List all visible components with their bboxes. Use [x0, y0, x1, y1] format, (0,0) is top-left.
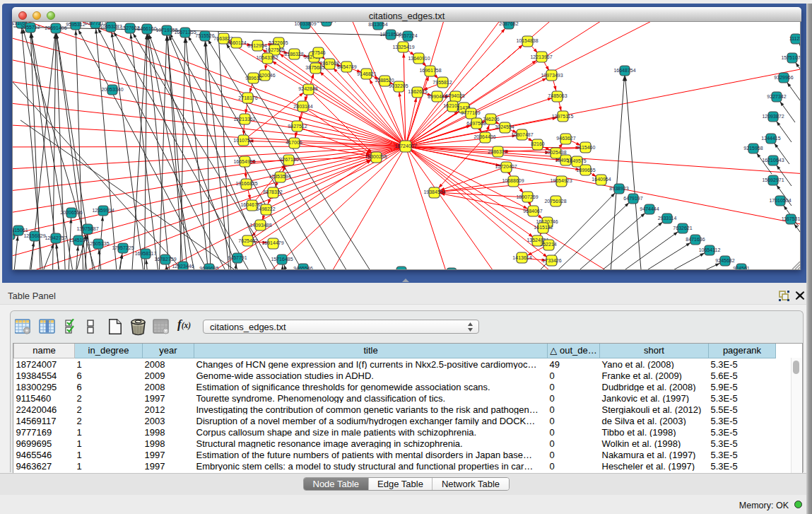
svg-text:7485063: 7485063	[548, 93, 567, 98]
svg-text:8878312: 8878312	[263, 189, 282, 194]
svg-text:12353594: 12353594	[269, 174, 290, 179]
svg-text:9463627: 9463627	[556, 136, 575, 141]
svg-text:6479197: 6479197	[623, 196, 642, 201]
svg-text:14093488: 14093488	[249, 223, 271, 228]
svg-text:1167531: 1167531	[782, 216, 801, 221]
svg-text:3024554: 3024554	[495, 124, 514, 129]
svg-text:10653287: 10653287	[100, 24, 122, 29]
svg-text:2803144: 2803144	[293, 104, 312, 109]
svg-text:9032205: 9032205	[389, 83, 408, 88]
svg-text:6794028: 6794028	[445, 93, 464, 98]
svg-text:19166825: 19166825	[235, 181, 257, 186]
svg-text:17957225: 17957225	[112, 245, 134, 250]
svg-text:12359914: 12359914	[92, 208, 114, 213]
svg-text:12505135: 12505135	[87, 241, 109, 246]
svg-text:27546: 27546	[312, 50, 326, 55]
svg-text:15692971: 15692971	[762, 177, 784, 182]
svg-text:9457791: 9457791	[228, 255, 247, 260]
svg-text:16782759: 16782759	[154, 257, 176, 262]
svg-text:6497568: 6497568	[466, 121, 486, 126]
svg-text:8851304: 8851304	[317, 22, 336, 23]
svg-text:20756928: 20756928	[544, 199, 566, 204]
svg-text:9474444: 9474444	[640, 206, 659, 211]
svg-text:20053340: 20053340	[101, 87, 123, 92]
svg-text:12213362: 12213362	[233, 117, 255, 122]
svg-text:13975887: 13975887	[76, 226, 98, 231]
svg-text:10654112: 10654112	[699, 247, 721, 252]
svg-text:16914479: 16914479	[261, 240, 283, 245]
svg-text:3498222: 3498222	[256, 206, 275, 211]
svg-text:2718176: 2718176	[238, 95, 257, 100]
svg-text:1640954: 1640954	[592, 177, 611, 182]
svg-text:9146821: 9146821	[357, 71, 376, 76]
svg-text:6466160: 6466160	[137, 26, 156, 31]
svg-text:1010753: 1010753	[233, 138, 252, 143]
svg-text:18300295: 18300295	[365, 154, 387, 159]
svg-text:1244415: 1244415	[761, 136, 780, 141]
svg-text:9777169: 9777169	[461, 110, 480, 115]
svg-text:10973493: 10973493	[541, 73, 563, 78]
svg-text:3875685: 3875685	[305, 65, 324, 70]
svg-text:19654923: 19654923	[550, 178, 572, 183]
svg-text:252214: 252214	[540, 242, 556, 247]
svg-text:1899655: 1899655	[576, 168, 595, 173]
svg-text:9595312: 9595312	[66, 22, 85, 27]
svg-text:1733426: 1733426	[542, 258, 561, 263]
svg-text:1362615: 1362615	[408, 89, 427, 94]
svg-text:3267130: 3267130	[279, 157, 298, 162]
svg-text:82160: 82160	[531, 141, 545, 146]
svg-text:9245682: 9245682	[715, 258, 734, 263]
svg-text:746206: 746206	[483, 117, 499, 122]
svg-text:12156829: 12156829	[23, 233, 45, 238]
svg-text:989612: 989612	[245, 76, 261, 81]
svg-text:8990448: 8990448	[428, 94, 447, 99]
svg-text:10025438: 10025438	[544, 150, 566, 155]
svg-text:13325419: 13325419	[392, 45, 414, 49]
svg-text:18724007: 18724007	[394, 144, 416, 148]
svg-text:8186328: 8186328	[284, 52, 303, 57]
svg-text:16958117: 16958117	[135, 251, 157, 256]
svg-text:10807487: 10807487	[511, 132, 533, 137]
svg-text:2933114: 2933114	[658, 216, 677, 221]
svg-text:15716485: 15716485	[271, 257, 293, 262]
svg-text:9329966: 9329966	[774, 75, 793, 80]
svg-text:10033809: 10033809	[294, 22, 316, 26]
svg-text:1413614: 1413614	[512, 255, 531, 260]
svg-text:2087682: 2087682	[499, 22, 518, 26]
svg-text:10543362: 10543362	[256, 55, 278, 60]
svg-text:16648754: 16648754	[613, 68, 635, 73]
svg-text:12942757: 12942757	[45, 235, 66, 240]
svg-text:8471636: 8471636	[686, 237, 705, 242]
svg-text:7625402: 7625402	[238, 238, 257, 243]
svg-text:9427512: 9427512	[288, 124, 307, 129]
svg-text:7632621: 7632621	[673, 226, 692, 230]
svg-text:16961758: 16961758	[419, 68, 441, 73]
svg-text:13640910: 13640910	[408, 56, 430, 61]
svg-text:417006: 417006	[286, 140, 302, 145]
svg-text:17010504: 17010504	[769, 198, 791, 203]
svg-text:10688609: 10688609	[502, 178, 524, 183]
svg-text:1849575: 1849575	[567, 158, 586, 163]
svg-text:1145194: 1145194	[69, 238, 88, 243]
svg-text:12093872: 12093872	[762, 114, 784, 119]
svg-text:8813054: 8813054	[368, 22, 387, 27]
svg-text:7515526: 7515526	[195, 33, 214, 38]
svg-text:10154838: 10154838	[516, 38, 538, 43]
svg-text:2055712: 2055712	[20, 25, 40, 30]
svg-text:1315061: 1315061	[12, 228, 28, 233]
svg-text:9242848: 9242848	[298, 86, 317, 91]
svg-text:19384554: 19384554	[423, 189, 445, 194]
svg-text:8938923: 8938923	[609, 186, 628, 191]
svg-text:20691406: 20691406	[45, 25, 66, 30]
svg-text:8454749: 8454749	[337, 64, 356, 69]
svg-text:16210643: 16210643	[762, 158, 784, 163]
svg-text:9227342: 9227342	[767, 94, 786, 99]
svg-text:1588520: 1588520	[375, 78, 394, 83]
svg-text:15720407: 15720407	[495, 164, 517, 169]
svg-text:1627505: 1627505	[265, 47, 284, 52]
svg-text:15751074: 15751074	[781, 55, 801, 60]
svg-text:7955812: 7955812	[433, 80, 452, 85]
svg-text:1615132: 1615132	[534, 225, 553, 230]
svg-text:20364436: 20364436	[473, 134, 495, 139]
svg-text:9215958: 9215958	[743, 146, 763, 151]
